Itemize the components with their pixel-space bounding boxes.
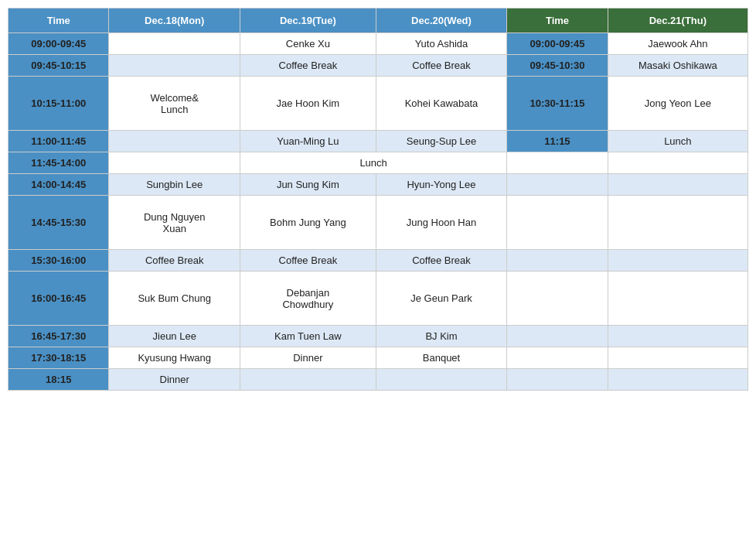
cell-tue: Yuan-Ming Lu (240, 131, 376, 152)
cell-mon: Sungbin Lee (109, 174, 240, 196)
schedule-table: Time Dec.18(Mon) Dec.19(Tue) Dec.20(Wed)… (8, 8, 748, 391)
cell-wed: Yuto Ashida (376, 33, 506, 55)
cell-tue: Cenke Xu (240, 33, 376, 55)
cell-wed: BJ Kim (376, 326, 506, 347)
cell-wed: Seung-Sup Lee (376, 131, 506, 152)
cell-time: 17:30-18:15 (9, 347, 109, 369)
cell-mon: Suk Bum Chung (109, 272, 240, 326)
table-row: 18:15Dinner (9, 369, 748, 391)
cell-time: 14:00-14:45 (9, 174, 109, 196)
cell-time2: 10:30-11:15 (507, 77, 608, 131)
cell-wed: Jung Hoon Han (376, 196, 506, 250)
cell-lunch: Lunch (240, 152, 506, 174)
table-row: 09:00-09:45Cenke XuYuto Ashida09:00-09:4… (9, 33, 748, 55)
cell-wed (376, 369, 506, 391)
cell-time2 (507, 369, 608, 391)
cell-thu (608, 196, 747, 250)
cell-time2: 11:15 (507, 131, 608, 152)
cell-time: 09:45-10:15 (9, 55, 109, 77)
cell-thu (608, 326, 747, 347)
cell-wed: Je Geun Park (376, 272, 506, 326)
cell-time2 (507, 326, 608, 347)
cell-thu: Lunch (608, 131, 747, 152)
table-row: 17:30-18:15Kyusung HwangDinnerBanquet (9, 347, 748, 369)
cell-mon (109, 55, 240, 77)
cell-mon: Kyusung Hwang (109, 347, 240, 369)
cell-time2: 09:00-09:45 (507, 33, 608, 55)
cell-mon (109, 152, 240, 174)
cell-time: 09:00-09:45 (9, 33, 109, 55)
cell-mon (109, 131, 240, 152)
table-row: 11:45-14:00Lunch (9, 152, 748, 174)
cell-wed: Banquet (376, 347, 506, 369)
cell-time2 (507, 272, 608, 326)
cell-time2 (507, 174, 608, 196)
cell-thu (608, 347, 747, 369)
cell-thu (608, 174, 747, 196)
header-wed: Dec.20(Wed) (376, 9, 506, 33)
table-row: 10:15-11:00Welcome& LunchJae Hoon KimKoh… (9, 77, 748, 131)
table-row: 16:45-17:30Jieun LeeKam Tuen LawBJ Kim (9, 326, 748, 347)
cell-tue: Dinner (240, 347, 376, 369)
cell-thu: Jaewook Ahn (608, 33, 747, 55)
cell-time: 16:00-16:45 (9, 272, 109, 326)
cell-mon: Welcome& Lunch (109, 77, 240, 131)
header-tue: Dec.19(Tue) (240, 9, 376, 33)
header-time: Time (9, 9, 109, 33)
cell-tue: Coffee Break (240, 55, 376, 77)
cell-time: 16:45-17:30 (9, 326, 109, 347)
cell-tue: Jun Sung Kim (240, 174, 376, 196)
cell-time: 15:30-16:00 (9, 250, 109, 272)
cell-thu: Masaki Oshikawa (608, 55, 747, 77)
cell-thu: Jong Yeon Lee (608, 77, 747, 131)
table-row: 15:30-16:00Coffee BreakCoffee BreakCoffe… (9, 250, 748, 272)
header-time2: Time (507, 9, 608, 33)
table-row: 09:45-10:15Coffee BreakCoffee Break09:45… (9, 55, 748, 77)
cell-time2 (507, 152, 608, 174)
cell-time2 (507, 347, 608, 369)
cell-time: 14:45-15:30 (9, 196, 109, 250)
cell-mon: Dung Nguyen Xuan (109, 196, 240, 250)
cell-tue: Bohm Jung Yang (240, 196, 376, 250)
cell-tue: Kam Tuen Law (240, 326, 376, 347)
cell-time: 10:15-11:00 (9, 77, 109, 131)
header-mon: Dec.18(Mon) (109, 9, 240, 33)
cell-wed: Hyun-Yong Lee (376, 174, 506, 196)
table-row: 11:00-11:45Yuan-Ming LuSeung-Sup Lee11:1… (9, 131, 748, 152)
cell-tue (240, 369, 376, 391)
cell-thu (608, 152, 747, 174)
cell-thu (608, 369, 747, 391)
table-row: 14:00-14:45Sungbin LeeJun Sung KimHyun-Y… (9, 174, 748, 196)
cell-thu (608, 272, 747, 326)
cell-tue: Jae Hoon Kim (240, 77, 376, 131)
cell-wed: Kohei Kawabata (376, 77, 506, 131)
cell-time2: 09:45-10:30 (507, 55, 608, 77)
header-thu: Dec.21(Thu) (608, 9, 747, 33)
cell-mon (109, 33, 240, 55)
cell-time: 11:00-11:45 (9, 131, 109, 152)
cell-wed: Coffee Break (376, 55, 506, 77)
cell-tue: Debanjan Chowdhury (240, 272, 376, 326)
cell-mon: Jieun Lee (109, 326, 240, 347)
table-row: 14:45-15:30Dung Nguyen XuanBohm Jung Yan… (9, 196, 748, 250)
cell-thu (608, 250, 747, 272)
cell-time2 (507, 196, 608, 250)
cell-time: 11:45-14:00 (9, 152, 109, 174)
cell-mon: Coffee Break (109, 250, 240, 272)
cell-wed: Coffee Break (376, 250, 506, 272)
cell-time: 18:15 (9, 369, 109, 391)
cell-time2 (507, 250, 608, 272)
table-row: 16:00-16:45Suk Bum ChungDebanjan Chowdhu… (9, 272, 748, 326)
cell-tue: Coffee Break (240, 250, 376, 272)
cell-mon: Dinner (109, 369, 240, 391)
